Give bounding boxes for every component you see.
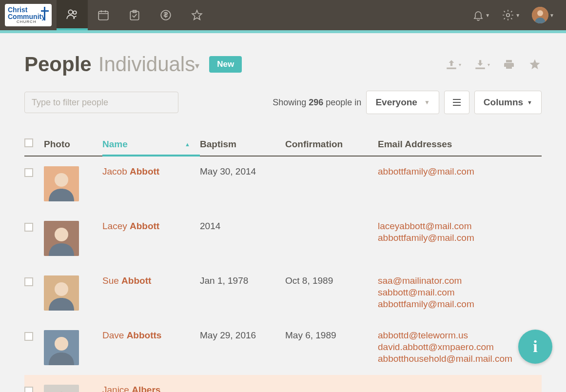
- row-checkbox[interactable]: [24, 277, 33, 286]
- col-email[interactable]: Email Addresses: [378, 139, 542, 151]
- brand-logo[interactable]: Christ Community CHURCH: [5, 4, 52, 26]
- menu-icon: [452, 98, 462, 107]
- nav-items: [57, 0, 213, 30]
- col-photo[interactable]: Photo: [44, 139, 102, 151]
- email-list: saa@mailinator.comsabbott@mail.comabbott…: [378, 275, 542, 310]
- email-link[interactable]: abbottfamily@mail.com: [378, 166, 542, 177]
- person-photo[interactable]: [44, 275, 79, 311]
- download-button[interactable]: ▾: [474, 58, 490, 71]
- person-name[interactable]: Lacey Abbott: [102, 221, 200, 232]
- nav-calendar[interactable]: [88, 0, 119, 30]
- user-menu[interactable]: ▼: [532, 7, 554, 23]
- person-photo[interactable]: [44, 221, 79, 256]
- nav-giving[interactable]: [150, 0, 181, 30]
- help-fab[interactable]: i: [518, 330, 552, 364]
- calendar-icon: [97, 9, 110, 21]
- table-row[interactable]: Dave AbbottsMay 29, 2016May 6, 1989abbot…: [24, 320, 542, 375]
- baptism-date: May 30, 2014: [200, 166, 285, 177]
- new-button[interactable]: New: [209, 56, 242, 73]
- filter-input[interactable]: [24, 92, 178, 113]
- baptism-date: 2014: [200, 221, 285, 232]
- print-button[interactable]: [503, 58, 515, 71]
- confirmation-date: May 6, 1989: [285, 330, 378, 341]
- col-name[interactable]: Name ▲: [102, 139, 200, 157]
- page-subtitle-dropdown[interactable]: Individuals▾: [98, 53, 199, 76]
- svg-point-7: [507, 14, 510, 17]
- table-row[interactable]: Jacob AbbottMay 30, 2014abbottfamily@mai…: [24, 157, 542, 211]
- filter-row: Showing 296 people in Everyone ▼ Columns…: [24, 91, 542, 114]
- page-header: People Individuals▾ New ▾ ▾: [24, 53, 542, 76]
- settings-button[interactable]: ▼: [502, 9, 520, 21]
- chevron-down-icon: ▼: [515, 13, 520, 18]
- email-link[interactable]: abbottfamily@mail.com: [378, 299, 542, 310]
- info-icon: i: [533, 337, 537, 356]
- chevron-down-icon: ▼: [424, 99, 430, 106]
- col-name-label: Name: [102, 139, 128, 150]
- showing-suffix: people in: [323, 98, 361, 107]
- baptism-date: Jan 1, 1978: [200, 275, 285, 286]
- favorite-button[interactable]: [528, 58, 542, 71]
- table-row[interactable]: Lacey Abbott2014laceyabbott@mail.comabbo…: [24, 211, 542, 266]
- list-options-button[interactable]: [444, 91, 469, 114]
- row-checkbox[interactable]: [24, 223, 33, 232]
- email-list: abbottd@teleworm.usdavid.abbott@xmpaero.…: [378, 330, 542, 364]
- page-content: People Individuals▾ New ▾ ▾ Showing 296 …: [0, 33, 566, 392]
- topbar-right: ▼ ▼ ▼: [472, 0, 566, 30]
- person-name[interactable]: Dave Abbotts: [102, 330, 200, 341]
- email-link[interactable]: david.abbott@xmpaero.com: [378, 342, 542, 353]
- svg-rect-1: [41, 10, 49, 12]
- svg-rect-0: [44, 7, 45, 20]
- person-photo[interactable]: [44, 385, 79, 392]
- page-title: People: [24, 53, 92, 76]
- cross-icon: [41, 7, 49, 20]
- row-checkbox[interactable]: [24, 387, 33, 392]
- nav-favorites[interactable]: [181, 0, 213, 30]
- showing-prefix: Showing: [273, 98, 309, 107]
- person-name[interactable]: Sue Abbott: [102, 275, 200, 286]
- group-select[interactable]: Everyone ▼: [366, 91, 439, 114]
- coin-icon: [159, 9, 172, 21]
- col-confirmation[interactable]: Confirmation: [285, 139, 378, 151]
- person-photo[interactable]: [44, 166, 79, 201]
- people-icon: [66, 8, 78, 20]
- table-body: Jacob AbbottMay 30, 2014abbottfamily@mai…: [24, 157, 542, 392]
- table-row[interactable]: Janice Albers: [24, 375, 542, 392]
- showing-summary: Showing 296 people in Everyone ▼ Columns…: [273, 91, 542, 114]
- upload-icon: [445, 59, 458, 70]
- email-link[interactable]: sabbott@mail.com: [378, 287, 542, 298]
- row-checkbox[interactable]: [24, 168, 33, 177]
- table-row[interactable]: Sue AbbottJan 1, 1978Oct 8, 1989saa@mail…: [24, 266, 542, 320]
- email-link[interactable]: laceyabbott@mail.com: [378, 221, 542, 232]
- people-table: Photo Name ▲ Baptism Confirmation Email …: [24, 138, 542, 392]
- columns-button[interactable]: Columns ▼: [474, 91, 542, 114]
- col-baptism[interactable]: Baptism: [200, 139, 285, 151]
- upload-button[interactable]: ▾: [445, 58, 461, 71]
- email-link[interactable]: abbotthousehold@mail.mail.com: [378, 353, 542, 364]
- logo-line2: Community: [8, 13, 45, 20]
- header-actions: ▾ ▾: [445, 58, 542, 71]
- top-nav: Christ Community CHURCH: [0, 0, 566, 30]
- group-select-label: Everyone: [375, 97, 417, 108]
- email-list: laceyabbott@mail.comabbottfamily@mail.co…: [378, 221, 542, 243]
- email-link[interactable]: saa@mailinator.com: [378, 275, 542, 286]
- nav-tasks[interactable]: [119, 0, 150, 30]
- confirmation-date: Oct 8, 1989: [285, 275, 378, 286]
- email-link[interactable]: abbottfamily@mail.com: [378, 233, 542, 243]
- clipboard-check-icon: [128, 9, 141, 21]
- select-all-checkbox[interactable]: [24, 138, 33, 147]
- person-name[interactable]: Jacob Abbott: [102, 166, 200, 177]
- email-link[interactable]: abbottd@teleworm.us: [378, 330, 542, 341]
- person-name[interactable]: Janice Albers: [102, 385, 200, 392]
- nav-people[interactable]: [57, 0, 88, 30]
- download-icon: [474, 59, 487, 70]
- chevron-down-icon: ▾: [488, 62, 490, 67]
- star-icon: [191, 9, 203, 21]
- row-checkbox[interactable]: [24, 332, 33, 341]
- logo-line3: CHURCH: [17, 20, 37, 24]
- logo-line1: Christ: [8, 6, 27, 13]
- table-header: Photo Name ▲ Baptism Confirmation Email …: [24, 138, 542, 157]
- svg-rect-4: [98, 11, 108, 20]
- notifications-button[interactable]: ▼: [472, 9, 490, 21]
- columns-button-label: Columns: [484, 97, 523, 108]
- person-photo[interactable]: [44, 330, 79, 365]
